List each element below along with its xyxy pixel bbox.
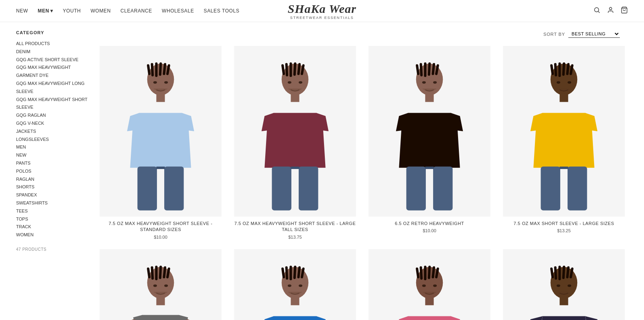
product-card[interactable]: 6.5 OZ RETRO HEAVYWEIGHT$10.00 <box>365 46 493 239</box>
logo-sub: STREETWEAR ESSENTIALS <box>288 16 356 20</box>
nav-women[interactable]: WOMEN <box>91 8 111 14</box>
product-card[interactable]: 6.0 OZ ACTIVE SHORT SLEEVE - STANDARD SI… <box>231 249 359 320</box>
svg-rect-42 <box>425 93 433 102</box>
sidebar-link[interactable]: GQG RAGLAN <box>16 111 89 120</box>
product-image <box>231 46 359 217</box>
sidebar-link[interactable]: GQG ACTIVE SHORT SLEEVE <box>16 56 89 64</box>
svg-rect-15 <box>156 167 165 169</box>
product-price: $10.00 <box>97 235 225 239</box>
svg-rect-45 <box>425 167 433 169</box>
sidebar-link[interactable]: JACKETS <box>16 128 89 136</box>
svg-rect-119 <box>559 297 568 305</box>
sidebar-link[interactable]: GQG V-NECK <box>16 120 89 128</box>
main-nav: NEW MEN ▾ YOUTH WOMEN CLEARANCE WHOLESAL… <box>16 8 239 14</box>
sidebar-link[interactable]: ALL PRODUCTS <box>16 40 89 48</box>
product-card[interactable]: MAX HEAVYWEIGHT GARMENT DYE - STANDARD S… <box>365 249 493 320</box>
sidebar-link[interactable]: RAGLAN <box>16 175 89 184</box>
product-name: 7.5 OZ MAX HEAVYWEIGHT SHORT SLEEVE - ST… <box>97 221 225 233</box>
search-icon[interactable] <box>593 6 601 15</box>
svg-point-61 <box>557 81 560 84</box>
svg-rect-68 <box>155 266 157 280</box>
nav-youth[interactable]: YOUTH <box>63 8 81 14</box>
svg-rect-58 <box>541 167 560 211</box>
svg-point-16 <box>153 81 157 84</box>
sidebar-link[interactable]: MEN <box>16 143 89 151</box>
svg-rect-104 <box>425 297 433 305</box>
product-image <box>500 249 628 320</box>
sidebar-link[interactable]: TOPS <box>16 215 89 223</box>
nav-wholesale[interactable]: WHOLESALE <box>162 8 194 14</box>
product-card[interactable]: 7.5 OZ MAX HEAVYWEIGHT SHORT SLEEVE - LA… <box>231 46 359 239</box>
product-grid: 7.5 OZ MAX HEAVYWEIGHT SHORT SLEEVE - ST… <box>97 46 628 320</box>
svg-rect-38 <box>424 62 426 77</box>
product-count: 47 PRODUCTS <box>16 247 89 252</box>
svg-point-108 <box>422 285 426 287</box>
svg-point-78 <box>153 285 157 287</box>
products-area: SORT BY BEST SELLING Price: Low to High … <box>97 30 628 320</box>
svg-rect-29 <box>299 167 318 211</box>
svg-point-124 <box>568 285 571 287</box>
product-name: 7.5 OZ MAX SHORT SLEEVE - LARGE SIZES <box>500 221 628 227</box>
product-image <box>365 249 493 320</box>
svg-point-62 <box>568 81 571 84</box>
svg-line-1 <box>598 11 599 12</box>
svg-rect-14 <box>164 167 184 211</box>
sidebar: CATEGORY ALL PRODUCTSDENIMGQG ACTIVE SHO… <box>16 30 97 320</box>
svg-point-109 <box>433 285 437 287</box>
sidebar-link[interactable]: NEW <box>16 151 89 159</box>
svg-point-32 <box>299 81 302 84</box>
svg-rect-28 <box>272 167 291 211</box>
svg-point-31 <box>288 81 291 84</box>
svg-rect-60 <box>559 167 568 169</box>
product-price: $13.75 <box>231 235 359 239</box>
sidebar-link[interactable]: TEES <box>16 207 89 215</box>
svg-point-79 <box>164 285 168 287</box>
header-icons <box>593 6 628 15</box>
svg-rect-43 <box>406 167 425 211</box>
product-card[interactable]: 6.0 OZ TANK TOP$7.25 <box>97 249 225 320</box>
svg-rect-89 <box>291 297 299 305</box>
svg-point-0 <box>594 8 599 12</box>
svg-rect-12 <box>156 93 165 102</box>
nav-men[interactable]: MEN ▾ <box>38 8 53 14</box>
sidebar-links: ALL PRODUCTSDENIMGQG ACTIVE SHORT SLEEVE… <box>16 40 89 239</box>
header: NEW MEN ▾ YOUTH WOMEN CLEARANCE WHOLESAL… <box>0 0 644 22</box>
sidebar-link[interactable]: SWEATSHIRTS <box>16 199 89 207</box>
sidebar-link[interactable]: GQG MAX HEAVYWEIGHT SHORT SLEEVE <box>16 96 89 112</box>
product-card[interactable]: 7.5 OZ MAX HEAVYWEIGHT LONG SLEEVE - STA… <box>500 249 628 320</box>
svg-rect-72 <box>156 297 165 305</box>
svg-rect-44 <box>433 167 452 211</box>
product-card[interactable]: 7.5 OZ MAX SHORT SLEEVE - LARGE SIZES$13… <box>500 46 628 239</box>
sidebar-link[interactable]: GQG MAX HEAVYWEIGHT LONG SLEEVE <box>16 80 89 96</box>
nav-sales-tools[interactable]: SALES TOOLS <box>204 8 239 14</box>
sidebar-link[interactable]: PANTS <box>16 159 89 167</box>
sidebar-link[interactable]: POLOS <box>16 167 89 175</box>
sidebar-link[interactable]: SPANDEX <box>16 191 89 199</box>
main-layout: CATEGORY ALL PRODUCTSDENIMGQG ACTIVE SHO… <box>0 22 644 320</box>
nav-new[interactable]: NEW <box>16 8 28 14</box>
cart-icon[interactable] <box>621 6 628 15</box>
svg-rect-115 <box>558 266 561 280</box>
sidebar-link[interactable]: TRACK <box>16 223 89 231</box>
svg-point-46 <box>422 81 426 84</box>
sidebar-link[interactable]: LONGSLEEVES <box>16 136 89 144</box>
product-card[interactable]: 7.5 OZ MAX HEAVYWEIGHT SHORT SLEEVE - ST… <box>97 46 225 239</box>
sidebar-link[interactable]: SHORTS <box>16 183 89 191</box>
svg-rect-23 <box>289 62 292 77</box>
svg-rect-8 <box>155 62 157 77</box>
user-icon[interactable] <box>607 6 614 15</box>
product-image <box>365 46 493 217</box>
svg-rect-53 <box>558 62 561 77</box>
sidebar-link[interactable]: DENIM <box>16 48 89 56</box>
svg-point-2 <box>609 7 612 10</box>
sort-select[interactable]: BEST SELLING Price: Low to High Price: H… <box>568 30 620 38</box>
sidebar-link[interactable]: WOMEN <box>16 231 89 239</box>
svg-rect-30 <box>291 167 299 169</box>
product-image <box>500 46 628 217</box>
sidebar-link[interactable]: GQG MAX HEAVYWEIGHT GARMENT DYE <box>16 64 89 80</box>
nav-clearance[interactable]: CLEARANCE <box>120 8 152 14</box>
products-header: SORT BY BEST SELLING Price: Low to High … <box>97 30 628 38</box>
product-price: $13.25 <box>500 228 628 233</box>
logo-text: SHaKa Wear <box>288 2 356 16</box>
sidebar-title: CATEGORY <box>16 30 89 35</box>
